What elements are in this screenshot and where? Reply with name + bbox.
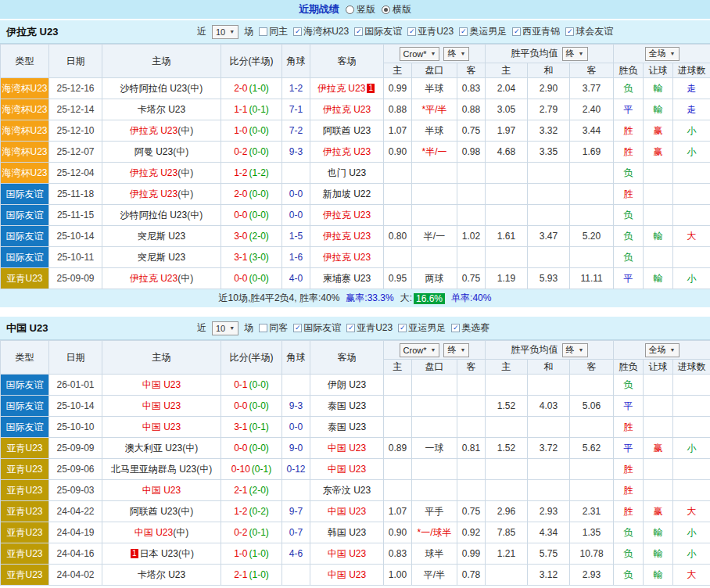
team-name[interactable]: 澳大利亚 U23 bbox=[125, 443, 182, 454]
filter-checkbox[interactable]: ✓亚青U23 bbox=[407, 25, 454, 38]
league-type-badge[interactable]: 海湾杯U23 bbox=[1, 99, 49, 120]
score-cell[interactable]: 0-2(0-1) bbox=[221, 522, 282, 543]
team-name[interactable]: 泰国 U23 bbox=[328, 400, 366, 411]
team-name[interactable]: 中国 U23 bbox=[142, 400, 181, 411]
team-name[interactable]: 突尼斯 U23 bbox=[138, 231, 185, 242]
score-cell[interactable]: 3-1(3-0) bbox=[221, 247, 282, 268]
team-name[interactable]: 中国 U23 bbox=[142, 485, 181, 496]
team-name[interactable]: 伊拉克 U23 bbox=[130, 125, 178, 136]
team-name[interactable]: 中国 U23 bbox=[134, 527, 173, 538]
team-name[interactable]: 伊拉克 U23 bbox=[317, 83, 365, 94]
score-cell[interactable]: 2-0(0-0) bbox=[221, 184, 282, 205]
score-cell[interactable]: 1-1(0-1) bbox=[221, 99, 282, 120]
mean-time-select[interactable]: 终▼ bbox=[562, 343, 588, 357]
team-name[interactable]: 也门 U23 bbox=[328, 167, 366, 178]
league-type-badge[interactable]: 亚青U23 bbox=[1, 268, 49, 289]
team-name[interactable]: 中国 U23 bbox=[328, 548, 366, 559]
team-name[interactable]: 中国 U23 bbox=[328, 443, 366, 454]
league-type-badge[interactable]: 亚青U23 bbox=[1, 480, 49, 501]
score-cell[interactable]: 2-1(2-0) bbox=[221, 480, 282, 501]
score-cell[interactable]: 1-2(0-2) bbox=[221, 501, 282, 522]
team-name[interactable]: 卡塔尔 U23 bbox=[138, 569, 185, 580]
league-type-badge[interactable]: 国际友谊 bbox=[1, 247, 49, 268]
team-name[interactable]: 伊拉克 U23 bbox=[323, 146, 371, 157]
league-type-badge[interactable]: 海湾杯U23 bbox=[1, 120, 49, 142]
league-type-badge[interactable]: 国际友谊 bbox=[1, 205, 49, 226]
league-type-badge[interactable]: 海湾杯U23 bbox=[1, 78, 49, 99]
team-name[interactable]: 沙特阿拉伯 U23 bbox=[120, 210, 187, 220]
league-type-badge[interactable]: 亚青U23 bbox=[1, 459, 49, 480]
score-cell[interactable]: 2-0(1-0) bbox=[221, 78, 282, 99]
league-type-badge[interactable]: 亚青U23 bbox=[1, 501, 49, 522]
team-name[interactable]: 柬埔寨 U23 bbox=[323, 273, 371, 284]
team-name[interactable]: 北马里亚纳群岛 U23 bbox=[111, 464, 196, 475]
team-name[interactable]: 阿曼 U23 bbox=[134, 146, 173, 157]
match-count-select[interactable]: 10▼ bbox=[212, 321, 238, 335]
score-cell[interactable]: 0-0(0-0) bbox=[221, 438, 282, 459]
league-type-badge[interactable]: 海湾杯U23 bbox=[1, 163, 49, 184]
filter-checkbox[interactable]: 同主 bbox=[259, 25, 288, 38]
filter-checkbox[interactable]: ✓国际友谊 bbox=[354, 25, 402, 38]
league-type-badge[interactable]: 国际友谊 bbox=[1, 375, 49, 396]
filter-checkbox[interactable]: ✓球会友谊 bbox=[565, 25, 613, 38]
team-name[interactable]: 伊拉克 U23 bbox=[323, 104, 371, 115]
team-name[interactable]: 新加坡 U22 bbox=[323, 188, 371, 199]
scope-select[interactable]: 全场▼ bbox=[645, 343, 680, 357]
odds-company-select[interactable]: Crow*▼ bbox=[400, 47, 440, 61]
team-name[interactable]: 伊拉克 U23 bbox=[130, 167, 178, 178]
score-cell[interactable]: 0-1(0-0) bbox=[221, 375, 282, 396]
team-name[interactable]: 伊拉克 U23 bbox=[323, 252, 371, 263]
team-name[interactable]: 沙特阿拉伯 U23 bbox=[120, 83, 187, 94]
score-cell[interactable]: 3-0(2-0) bbox=[221, 226, 282, 247]
league-type-badge[interactable]: 亚青U23 bbox=[1, 543, 49, 565]
league-type-badge[interactable]: 亚青U23 bbox=[1, 565, 49, 586]
scope-select[interactable]: 全场▼ bbox=[645, 47, 680, 61]
team-name[interactable]: 韩国 U23 bbox=[328, 527, 366, 538]
odds-time-select[interactable]: 终▼ bbox=[443, 47, 469, 61]
team-name[interactable]: 伊拉克 U23 bbox=[130, 188, 178, 199]
league-type-badge[interactable]: 国际友谊 bbox=[1, 226, 49, 247]
team-name[interactable]: 东帝汶 U23 bbox=[323, 485, 371, 496]
team-name[interactable]: 阿联酋 U23 bbox=[323, 125, 371, 136]
score-cell[interactable]: 1-2(1-2) bbox=[221, 163, 282, 184]
layout-option-horizontal[interactable]: 横版 bbox=[382, 3, 411, 16]
score-cell[interactable]: 1-0(1-0) bbox=[221, 543, 282, 565]
team-name[interactable]: 泰国 U23 bbox=[328, 421, 366, 432]
layout-option-vertical[interactable]: 竖版 bbox=[346, 3, 375, 16]
team-name[interactable]: 卡塔尔 U23 bbox=[138, 104, 185, 115]
team-name[interactable]: 伊拉克 U23 bbox=[323, 231, 371, 242]
filter-checkbox[interactable]: ✓海湾杯U23 bbox=[293, 25, 349, 38]
score-cell[interactable]: 0-2(0-0) bbox=[221, 142, 282, 163]
score-cell[interactable]: 0-0(0-0) bbox=[221, 396, 282, 417]
league-type-badge[interactable]: 国际友谊 bbox=[1, 417, 49, 438]
league-type-badge[interactable]: 国际友谊 bbox=[1, 396, 49, 417]
team-name[interactable]: 伊拉克 U23 bbox=[130, 273, 178, 284]
filter-checkbox[interactable]: 同客 bbox=[259, 321, 288, 335]
league-type-badge[interactable]: 海湾杯U23 bbox=[1, 142, 49, 163]
filter-checkbox[interactable]: ✓奥选赛 bbox=[451, 321, 489, 335]
filter-checkbox[interactable]: ✓西亚青锦 bbox=[512, 25, 560, 38]
league-type-badge[interactable]: 国际友谊 bbox=[1, 184, 49, 205]
filter-checkbox[interactable]: ✓奥运男足 bbox=[459, 25, 507, 38]
team-name[interactable]: 伊拉克 U23 bbox=[323, 210, 371, 220]
filter-checkbox[interactable]: ✓国际友谊 bbox=[293, 321, 341, 335]
team-name[interactable]: 中国 U23 bbox=[328, 464, 366, 475]
league-type-badge[interactable]: 亚青U23 bbox=[1, 522, 49, 543]
team-name[interactable]: 中国 U23 bbox=[142, 421, 181, 432]
score-cell[interactable]: 0-0(0-0) bbox=[221, 205, 282, 226]
odds-company-select[interactable]: Crow*▼ bbox=[400, 343, 440, 357]
odds-time-select[interactable]: 终▼ bbox=[443, 343, 469, 357]
team-name[interactable]: 日本 U23 bbox=[140, 548, 178, 559]
filter-checkbox[interactable]: ✓亚运男足 bbox=[398, 321, 446, 335]
team-name[interactable]: 伊朗 U23 bbox=[328, 379, 366, 390]
score-cell[interactable]: 2-1(1-0) bbox=[221, 565, 282, 586]
score-cell[interactable]: 1-0(0-0) bbox=[221, 120, 282, 142]
match-count-select[interactable]: 10▼ bbox=[212, 25, 238, 39]
score-cell[interactable]: 3-1(0-1) bbox=[221, 417, 282, 438]
team-name[interactable]: 突尼斯 U23 bbox=[138, 252, 185, 263]
team-name[interactable]: 中国 U23 bbox=[328, 506, 366, 517]
team-name[interactable]: 中国 U23 bbox=[142, 379, 181, 390]
team-name[interactable]: 中国 U23 bbox=[328, 569, 366, 580]
filter-checkbox[interactable]: ✓亚青U23 bbox=[346, 321, 393, 335]
score-cell[interactable]: 0-0(0-0) bbox=[221, 268, 282, 289]
